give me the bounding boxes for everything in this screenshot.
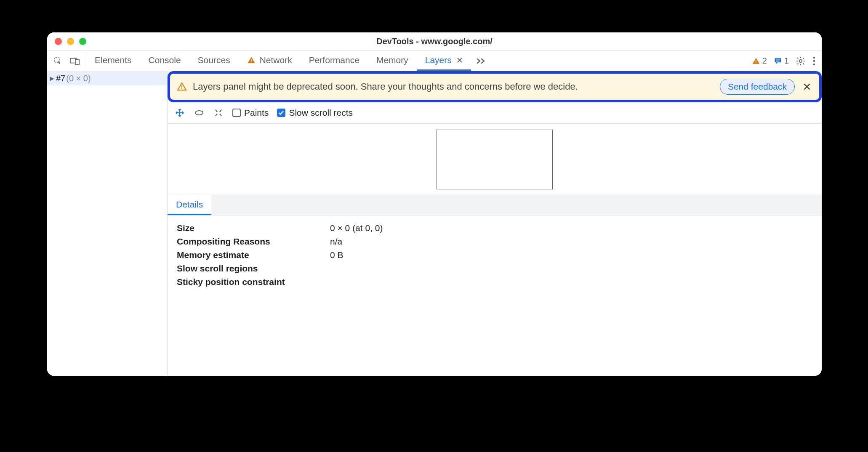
tab-label: Elements: [95, 55, 132, 65]
svg-rect-13: [181, 85, 182, 88]
tab-label: Sources: [198, 55, 230, 65]
expand-arrow-icon[interactable]: ▶: [50, 75, 54, 82]
window-title: DevTools - www.google.com/: [47, 37, 822, 46]
svg-point-12: [813, 63, 815, 65]
paints-checkbox[interactable]: Paints: [232, 108, 269, 118]
svg-rect-4: [251, 61, 252, 62]
details-row-size: Size 0 × 0 (at 0, 0): [177, 221, 383, 235]
details-row-slow-scroll: Slow scroll regions: [177, 262, 383, 275]
send-feedback-button[interactable]: Send feedback: [720, 79, 795, 95]
tab-label: Console: [149, 55, 181, 65]
layers-controls: Paints Slow scroll rects: [168, 102, 822, 124]
details-key: Compositing Reasons: [177, 235, 330, 248]
tab-label: Memory: [376, 55, 408, 65]
svg-rect-3: [251, 59, 252, 61]
tab-label: Layers: [425, 55, 452, 65]
messages-counter[interactable]: 1: [774, 56, 789, 66]
layer-tree-item[interactable]: ▶ #7 (0 × 0): [47, 71, 167, 85]
titlebar: DevTools - www.google.com/: [47, 32, 822, 51]
checkbox-label: Paints: [244, 108, 269, 118]
deprecation-banner: Layers panel might be deprecated soon. S…: [168, 71, 822, 102]
panel-body: ▶ #7 (0 × 0) Layers panel might be depre…: [47, 71, 822, 376]
close-window-button[interactable]: [55, 38, 62, 45]
warning-triangle-icon: [752, 57, 760, 65]
svg-point-9: [799, 59, 802, 62]
devtools-window: DevTools - www.google.com/ Elements Cons…: [47, 32, 822, 376]
settings-gear-icon[interactable]: [796, 56, 806, 66]
layer-outline: [437, 130, 553, 189]
close-banner-icon[interactable]: [801, 81, 813, 92]
details-row-sticky: Sticky position constraint: [177, 275, 383, 289]
zoom-window-button[interactable]: [79, 38, 86, 45]
svg-rect-8: [776, 61, 779, 61]
layer-dimensions: (0 × 0): [66, 74, 91, 83]
tab-sources[interactable]: Sources: [189, 51, 239, 71]
details-body: Size 0 × 0 (at 0, 0) Compositing Reasons…: [168, 215, 822, 295]
tab-elements[interactable]: Elements: [86, 51, 140, 71]
details-key: Sticky position constraint: [177, 275, 330, 289]
tab-memory[interactable]: Memory: [368, 51, 417, 71]
tab-layers[interactable]: Layers: [417, 51, 471, 71]
svg-rect-14: [181, 88, 182, 89]
details-value: [330, 275, 383, 289]
more-options-icon[interactable]: [812, 56, 816, 66]
svg-point-11: [813, 60, 815, 61]
svg-rect-6: [756, 62, 756, 63]
svg-point-10: [813, 56, 815, 58]
details-tab[interactable]: Details: [168, 195, 211, 215]
slow-scroll-rects-checkbox[interactable]: Slow scroll rects: [277, 108, 353, 118]
messages-count: 1: [784, 56, 789, 66]
tab-label: Performance: [309, 55, 359, 65]
toolbar-right: 2 1: [746, 51, 822, 71]
details-value: [330, 262, 383, 275]
details-value: 0 × 0 (at 0, 0): [330, 221, 383, 235]
warnings-counter[interactable]: 2: [752, 56, 767, 66]
checkbox-box: [277, 109, 285, 117]
close-tab-icon[interactable]: [457, 57, 463, 63]
rotate-mode-icon[interactable]: [194, 107, 205, 118]
minimize-window-button[interactable]: [67, 38, 74, 45]
layers-canvas[interactable]: [168, 124, 822, 195]
window-controls: [47, 38, 86, 45]
details-tabstrip: Details: [168, 195, 822, 215]
reset-view-icon[interactable]: [213, 107, 224, 118]
tab-network[interactable]: Network: [239, 51, 301, 71]
tab-performance[interactable]: Performance: [301, 51, 368, 71]
details-key: Memory estimate: [177, 248, 330, 262]
warning-triangle-icon: [177, 82, 187, 92]
details-value: 0 B: [330, 248, 383, 262]
layer-name: #7: [56, 74, 65, 83]
warning-triangle-icon: [247, 56, 256, 64]
details-row-compositing: Compositing Reasons n/a: [177, 235, 383, 248]
details-key: Size: [177, 221, 330, 235]
details-row-memory: Memory estimate 0 B: [177, 248, 383, 262]
tab-console[interactable]: Console: [140, 51, 189, 71]
main-toolbar: Elements Console Sources Network Perform…: [47, 51, 822, 71]
details-value: n/a: [330, 235, 383, 248]
panel-tabs: Elements Console Sources Network Perform…: [86, 51, 471, 71]
svg-rect-5: [756, 60, 756, 61]
device-toolbar-icon[interactable]: [69, 55, 81, 67]
deprecation-banner-highlight: Layers panel might be deprecated soon. S…: [168, 71, 822, 102]
checkbox-label: Slow scroll rects: [289, 108, 353, 118]
checkbox-box: [232, 109, 241, 117]
toolbar-left: [47, 51, 86, 71]
svg-rect-7: [776, 59, 780, 60]
inspect-element-icon[interactable]: [52, 55, 64, 67]
layers-tree-sidebar: ▶ #7 (0 × 0): [47, 71, 168, 376]
warnings-count: 2: [762, 56, 767, 66]
details-table: Size 0 × 0 (at 0, 0) Compositing Reasons…: [177, 221, 383, 289]
more-tabs-button[interactable]: [471, 51, 492, 71]
details-key: Slow scroll regions: [177, 262, 330, 275]
pan-mode-icon[interactable]: [174, 107, 185, 118]
tab-label: Network: [260, 55, 292, 65]
message-icon: [774, 57, 782, 65]
banner-text: Layers panel might be deprecated soon. S…: [193, 80, 714, 93]
svg-rect-2: [75, 59, 79, 64]
layers-main: Layers panel might be deprecated soon. S…: [168, 71, 822, 376]
